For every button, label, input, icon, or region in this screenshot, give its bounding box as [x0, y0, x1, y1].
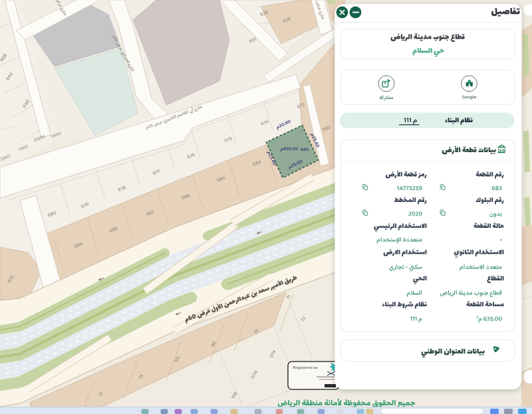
svg-text:Registered.sa: Registered.sa — [293, 365, 318, 369]
